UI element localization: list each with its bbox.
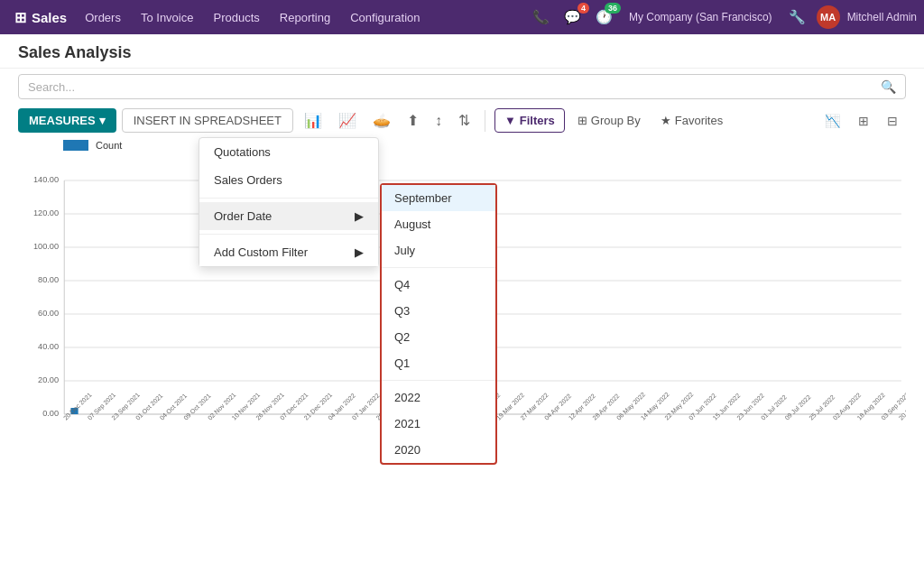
filter-icon: ▼ [504,114,516,127]
chat-icon[interactable]: 💬 4 [560,5,585,29]
measures-button[interactable]: MEASURES ▾ [18,108,116,133]
submenu-august[interactable]: August [382,211,495,237]
activity-badge: 36 [605,3,621,14]
pivot-view-button[interactable]: ⊟ [879,109,906,133]
search-placeholder: Search... [28,80,875,94]
nav-configuration[interactable]: Configuration [341,5,429,30]
activity-icon[interactable]: 🕐 36 [592,5,616,29]
user-avatar[interactable]: MA [817,5,840,29]
custom-filter-arrow-icon: ▶ [355,245,364,259]
submenu-arrow-icon: ▶ [355,209,364,223]
svg-text:0.00: 0.00 [42,409,59,418]
bar-chart-icon[interactable]: 📊 [299,108,328,133]
area-chart-view-button[interactable]: 📉 [817,109,848,133]
chat-badge: 4 [578,3,589,14]
legend-color-swatch [63,140,88,151]
phone-icon[interactable]: 📞 [529,5,553,29]
nav-orders[interactable]: Orders [76,5,130,30]
order-date-submenu: September August July Q4 Q3 Q2 Q1 2022 2… [380,183,497,465]
nav-reporting[interactable]: Reporting [271,5,339,30]
grid-icon: ⊞ [14,9,26,26]
view-buttons: 📉 ⊞ ⊟ [817,109,906,133]
svg-text:40.00: 40.00 [38,342,59,351]
svg-text:100.00: 100.00 [33,242,59,251]
insert-spreadsheet-button[interactable]: INSERT IN SPREADSHEET [122,108,293,133]
svg-text:60.00: 60.00 [38,309,59,318]
legend-label: Count [96,140,122,151]
svg-text:140.00: 140.00 [33,175,59,184]
search-icon: 🔍 [881,79,896,94]
page-title: Sales Analysis [0,34,924,69]
nav-icons: 📞 💬 4 🕐 36 My Company (San Francisco) 🔧 … [529,5,917,29]
submenu-2021[interactable]: 2021 [382,411,495,437]
submenu-divider-2 [382,380,495,381]
filter-sales-orders[interactable]: Sales Orders [199,166,378,194]
star-icon: ★ [661,114,671,127]
table-view-button[interactable]: ⊞ [850,109,877,133]
submenu-july[interactable]: July [382,237,495,264]
line-chart-icon[interactable]: 📈 [333,108,362,133]
svg-text:120.00: 120.00 [33,208,59,217]
filter-order-date[interactable]: Order Date ▶ [199,202,378,230]
company-name[interactable]: My Company (San Francisco) [624,11,778,23]
filter-custom[interactable]: Add Custom Filter ▶ [199,238,378,266]
svg-text:20.00: 20.00 [38,375,59,384]
favorites-button[interactable]: ★ Favorites [653,109,730,132]
svg-text:80.00: 80.00 [38,275,59,284]
group-by-button[interactable]: ⊞ Group By [570,109,648,132]
submenu-2022[interactable]: 2022 [382,384,495,411]
top-navigation: ⊞ Sales Orders To Invoice Products Repor… [0,0,924,34]
settings-icon[interactable]: 🔧 [785,5,809,29]
brand-logo[interactable]: ⊞ Sales [7,9,74,26]
dropdown-divider-1 [199,198,378,199]
dropdown-divider-2 [199,234,378,235]
dropdown-arrow-icon: ▾ [99,114,106,127]
filter-quotations[interactable]: Quotations [199,138,378,166]
submenu-2020[interactable]: 2020 [382,437,495,463]
submenu-q1[interactable]: Q1 [382,350,495,376]
filters-button[interactable]: ▼ Filters [494,108,565,133]
submenu-q2[interactable]: Q2 [382,324,495,350]
submenu-divider-1 [382,267,495,268]
search-bar-row: Search... 🔍 [0,69,924,105]
toolbar: MEASURES ▾ INSERT IN SPREADSHEET 📊 📈 🥧 ⬆… [0,105,924,136]
sort-desc-icon[interactable]: ⇅ [453,108,476,133]
submenu-q3[interactable]: Q3 [382,298,495,324]
pie-chart-icon[interactable]: 🥧 [367,108,396,133]
search-box[interactable]: Search... 🔍 [18,74,906,99]
admin-name: Mitchell Admin [847,11,917,23]
submenu-september[interactable]: September [382,185,495,211]
sort-asc-icon[interactable]: ↕ [430,109,448,133]
group-by-icon: ⊞ [578,114,587,127]
funnel-icon[interactable]: ⬆ [402,108,424,133]
nav-to-invoice[interactable]: To Invoice [132,5,203,30]
brand-name: Sales [32,10,67,25]
chart-legend: Count [18,136,906,154]
toolbar-separator [485,110,485,132]
filters-dropdown: Quotations Sales Orders Order Date ▶ Add… [199,137,379,267]
nav-products[interactable]: Products [204,5,268,30]
submenu-q4[interactable]: Q4 [382,272,495,298]
